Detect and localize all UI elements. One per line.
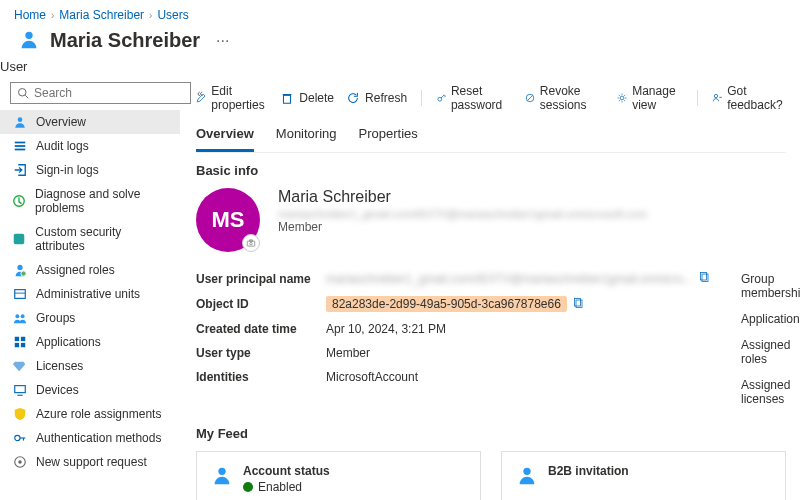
person-icon: [211, 464, 233, 489]
page-title-bar: Maria Schreiber ···: [0, 26, 800, 59]
svg-rect-26: [284, 95, 291, 103]
breadcrumb-section[interactable]: Users: [157, 8, 188, 22]
label-upn: User principal name: [196, 272, 326, 286]
sidebar-item-label: Overview: [36, 115, 86, 129]
copy-button[interactable]: [573, 297, 585, 312]
row-upn: User principal name mariaschreiber1_gmai…: [196, 266, 711, 291]
check-icon: [243, 482, 253, 492]
value-identities[interactable]: MicrosoftAccount: [326, 370, 711, 384]
tab-overview[interactable]: Overview: [196, 120, 254, 152]
sidebar-item-azure-roles[interactable]: Azure role assignments: [0, 402, 180, 426]
user-type-label: Member: [278, 220, 647, 234]
sidebar-item-label: Applications: [36, 335, 101, 349]
sidebar-item-label: Devices: [36, 383, 79, 397]
summary-groups[interactable]: Group memberships3: [741, 266, 800, 306]
more-options-button[interactable]: ···: [216, 32, 229, 50]
svg-point-9: [17, 265, 22, 270]
svg-rect-8: [14, 234, 25, 245]
sidebar-item-groups[interactable]: Groups: [0, 306, 180, 330]
support-icon: [12, 455, 27, 469]
svg-point-42: [523, 468, 530, 475]
reset-password-button[interactable]: Reset password: [436, 84, 513, 112]
sidebar-item-label: Sign-in logs: [36, 163, 99, 177]
avatar[interactable]: MS: [196, 188, 260, 252]
sidebar-item-licenses[interactable]: Licenses: [0, 354, 180, 378]
row-identities: Identities MicrosoftAccount: [196, 365, 711, 389]
camera-icon[interactable]: [242, 234, 260, 252]
svg-point-3: [17, 117, 22, 122]
svg-rect-16: [20, 337, 24, 341]
svg-line-2: [25, 95, 28, 98]
sidebar-item-label: Diagnose and solve problems: [35, 187, 168, 215]
summary-licenses[interactable]: Assigned licenses0: [741, 372, 800, 412]
svg-point-41: [218, 468, 225, 475]
row-created: Created date time Apr 10, 2024, 3:21 PM: [196, 317, 711, 341]
devices-icon: [12, 383, 27, 397]
apps-icon: [12, 335, 27, 349]
svg-rect-15: [14, 337, 18, 341]
attributes-icon: [12, 232, 26, 246]
license-icon: [12, 359, 27, 373]
avatar-initials: MS: [212, 207, 245, 233]
sidebar-item-attributes[interactable]: Custom security attributes: [0, 220, 180, 258]
groups-icon: [12, 311, 27, 325]
svg-point-10: [20, 271, 25, 276]
svg-point-32: [714, 94, 717, 97]
value-created: Apr 10, 2024, 3:21 PM: [326, 322, 711, 336]
user-display-name: Maria Schreiber: [278, 188, 647, 206]
sidebar-item-label: Licenses: [36, 359, 83, 373]
separator: [421, 90, 422, 106]
breadcrumb-entity[interactable]: Maria Schreiber: [59, 8, 144, 22]
card-b2b: B2B invitation Convert to external user: [501, 451, 786, 500]
list-icon: [12, 139, 27, 153]
edit-button[interactable]: Edit properties: [196, 84, 268, 112]
summary-panel: Group memberships3 Applications9 Assigne…: [741, 266, 800, 412]
shield-icon: [12, 407, 27, 421]
sidebar-item-admin-units[interactable]: Administrative units: [0, 282, 180, 306]
summary-roles[interactable]: Assigned roles1: [741, 332, 800, 372]
page-title: Maria Schreiber: [50, 29, 200, 52]
sidebar-item-assigned-roles[interactable]: Assigned roles: [0, 258, 180, 282]
svg-rect-36: [250, 240, 253, 241]
svg-rect-19: [14, 386, 25, 393]
feedback-button[interactable]: Got feedback?: [712, 84, 786, 112]
person-icon: [12, 115, 27, 129]
chevron-right-icon: ›: [149, 10, 152, 21]
sidebar-item-overview[interactable]: Overview: [0, 110, 180, 134]
sidebar-item-label: Custom security attributes: [35, 225, 168, 253]
copy-button[interactable]: [699, 271, 711, 286]
svg-rect-18: [20, 343, 24, 347]
svg-rect-6: [14, 149, 25, 151]
refresh-button[interactable]: Refresh: [346, 91, 407, 105]
sidebar-item-diagnose[interactable]: Diagnose and solve problems: [0, 182, 180, 220]
value-upn: mariaschreiber1_gmail.com#EXT#@mariaschr…: [326, 272, 693, 286]
sidebar-item-new-support[interactable]: New support request: [0, 450, 180, 474]
sidebar-item-applications[interactable]: Applications: [0, 330, 180, 354]
sidebar-search[interactable]: [10, 82, 191, 104]
page-subtitle: User: [0, 59, 800, 74]
tab-properties[interactable]: Properties: [359, 120, 418, 152]
svg-line-30: [527, 95, 532, 100]
person-icon: [516, 464, 538, 489]
svg-point-35: [250, 242, 253, 245]
separator: [697, 90, 698, 106]
sidebar-item-audit-logs[interactable]: Audit logs: [0, 134, 180, 158]
sidebar-item-label: New support request: [36, 455, 147, 469]
revoke-sessions-button[interactable]: Revoke sessions: [525, 84, 605, 112]
label-identities: Identities: [196, 370, 326, 384]
manage-view-button[interactable]: Manage view: [617, 84, 683, 112]
main-content: Edit properties Delete Refresh Reset pas…: [180, 74, 800, 500]
svg-rect-34: [247, 241, 255, 246]
sidebar-item-label: Authentication methods: [36, 431, 161, 445]
svg-point-0: [25, 32, 32, 39]
sidebar-item-signin-logs[interactable]: Sign-in logs: [0, 158, 180, 182]
sidebar-item-devices[interactable]: Devices: [0, 378, 180, 402]
person-icon: [18, 28, 40, 53]
sidebar-item-auth-methods[interactable]: Authentication methods: [0, 426, 180, 450]
search-input[interactable]: [34, 86, 184, 100]
summary-apps[interactable]: Applications9: [741, 306, 800, 332]
tab-monitoring[interactable]: Monitoring: [276, 120, 337, 152]
breadcrumb-home[interactable]: Home: [14, 8, 46, 22]
sidebar-item-label: Administrative units: [36, 287, 140, 301]
delete-button[interactable]: Delete: [280, 91, 334, 105]
